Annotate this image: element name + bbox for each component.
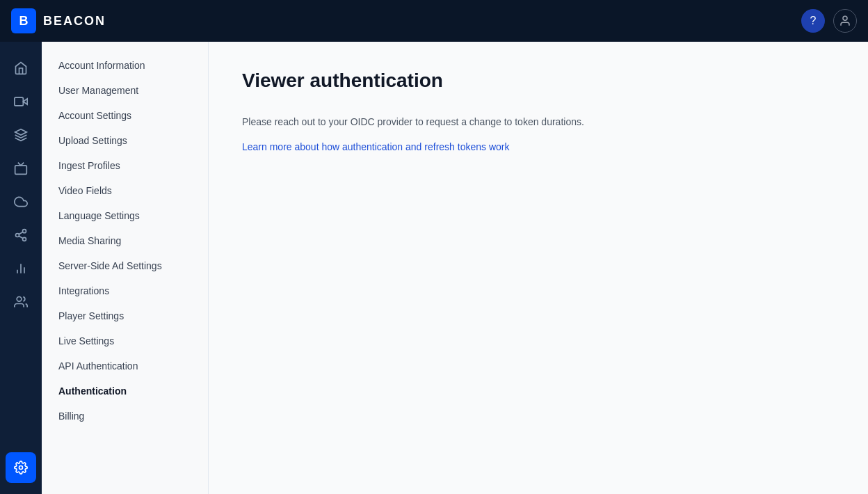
sidebar-icon-home[interactable] [6,53,36,83]
nav-item-billing[interactable]: Billing [42,404,208,429]
app-logo: B BEACON [11,8,106,33]
sidebar-icon-tv[interactable] [6,153,36,184]
svg-marker-1 [23,99,27,104]
svg-point-5 [23,230,26,233]
description-text: Please reach out to your OIDC provider t… [242,114,835,129]
user-button[interactable] [833,9,857,33]
learn-more-link[interactable]: Learn more about how authentication and … [242,141,509,152]
sidebar-icon-video[interactable] [6,86,36,117]
main-content: Viewer authentication Please reach out t… [209,42,868,494]
nav-item-live-settings[interactable]: Live Settings [42,328,208,353]
nav-item-upload-settings[interactable]: Upload Settings [42,128,208,153]
sidebar-icon-settings[interactable] [6,452,36,483]
svg-marker-3 [15,129,27,135]
nav-item-server-side-ad-settings[interactable]: Server-Side Ad Settings [42,253,208,278]
page-title: Viewer authentication [242,70,835,92]
nav-sidebar: Account Information User Management Acco… [42,42,209,494]
svg-point-13 [17,297,22,302]
main-layout: Account Information User Management Acco… [0,42,868,494]
sidebar-icon-cloud[interactable] [6,186,36,217]
svg-rect-4 [15,166,27,175]
nav-item-api-authentication[interactable]: API Authentication [42,353,208,379]
top-navigation: B BEACON ? [0,0,868,42]
nav-item-media-sharing[interactable]: Media Sharing [42,228,208,253]
nav-item-account-information[interactable]: Account Information [42,53,208,78]
svg-line-8 [19,236,23,238]
nav-item-authentication[interactable]: Authentication [42,379,208,404]
help-button[interactable]: ? [801,9,825,33]
sidebar-icon-share[interactable] [6,220,36,250]
nav-item-integrations[interactable]: Integrations [42,278,208,303]
svg-point-0 [843,16,847,20]
nav-item-player-settings[interactable]: Player Settings [42,303,208,328]
svg-point-7 [23,237,26,241]
icon-sidebar [0,42,42,494]
sidebar-icon-analytics[interactable] [6,253,36,284]
sidebar-icon-layers[interactable] [6,120,36,150]
logo-icon: B [11,8,36,33]
svg-point-6 [16,234,19,237]
nav-item-ingest-profiles[interactable]: Ingest Profiles [42,153,208,178]
svg-point-14 [19,466,23,470]
nav-item-language-settings[interactable]: Language Settings [42,203,208,228]
sidebar-icon-users[interactable] [6,287,36,317]
nav-item-user-management[interactable]: User Management [42,78,208,103]
svg-line-9 [19,232,23,234]
nav-item-account-settings[interactable]: Account Settings [42,103,208,128]
svg-rect-2 [15,97,23,106]
nav-item-video-fields[interactable]: Video Fields [42,178,208,203]
top-nav-actions: ? [801,9,857,33]
logo-text: BEACON [43,14,106,29]
